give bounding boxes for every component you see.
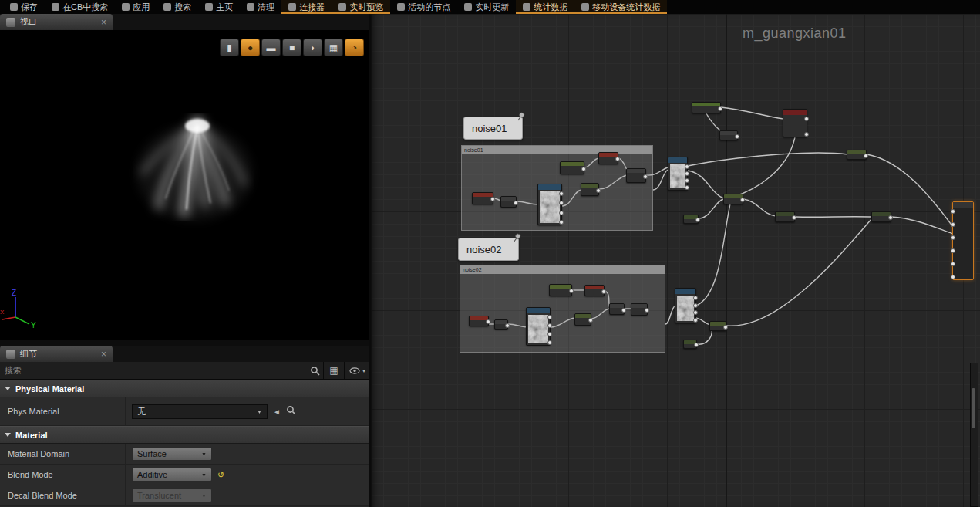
grid-toggle-button[interactable]: ▦: [324, 39, 343, 56]
node-input-pin[interactable]: [951, 248, 955, 253]
material-preview-viewport[interactable]: ▮●▬■◗▦◔ Z Y X: [0, 30, 369, 340]
graph-node[interactable]: [581, 183, 599, 196]
node-input-pin[interactable]: [951, 222, 955, 227]
node-output-pin[interactable]: [621, 308, 626, 313]
graph-node[interactable]: [469, 316, 489, 326]
close-icon[interactable]: ×: [101, 18, 106, 27]
use-selected-asset-icon[interactable]: ◄: [273, 407, 281, 416]
node-output-pin[interactable]: [693, 318, 698, 323]
section-material[interactable]: Material: [0, 426, 371, 444]
primitive-plane-button[interactable]: ▬: [261, 39, 281, 56]
menu-item[interactable]: 应用: [115, 0, 157, 14]
node-output-pin[interactable]: [588, 318, 593, 323]
node-input-pin[interactable]: [951, 275, 955, 279]
node-output-pin[interactable]: [601, 289, 606, 294]
node-output-pin[interactable]: [645, 308, 649, 313]
node-output-pin[interactable]: [804, 117, 809, 121]
node-output-pin[interactable]: [685, 171, 689, 176]
graph-node[interactable]: [584, 285, 605, 296]
graph-node[interactable]: [723, 194, 743, 204]
node-output-pin[interactable]: [888, 215, 893, 220]
graph-node[interactable]: [709, 321, 726, 331]
realtime-toggle-button[interactable]: ◔: [345, 39, 364, 56]
menu-item[interactable]: 连接器: [281, 0, 332, 14]
material-result-node[interactable]: [952, 201, 974, 280]
details-scrollbar[interactable]: [970, 363, 978, 507]
panel-splitter-horizontal[interactable]: [0, 340, 371, 346]
graph-node[interactable]: [783, 109, 807, 137]
graph-node[interactable]: [631, 303, 648, 316]
node-output-pin[interactable]: [804, 132, 809, 137]
node-output-pin[interactable]: [693, 303, 698, 308]
node-output-pin[interactable]: [559, 211, 564, 215]
menu-item[interactable]: 保存: [3, 0, 45, 14]
menu-item[interactable]: 实时预览: [332, 0, 390, 14]
close-icon[interactable]: ×: [101, 350, 106, 359]
menu-item[interactable]: 活动的节点: [390, 0, 457, 14]
texture-sample-node[interactable]: [526, 307, 551, 346]
node-output-pin[interactable]: [490, 197, 495, 201]
node-input-pin[interactable]: [951, 209, 955, 214]
blend-mode-dropdown[interactable]: Additive ▼: [132, 468, 212, 482]
menu-item[interactable]: 在CB中搜索: [45, 0, 115, 14]
node-output-pin[interactable]: [559, 191, 564, 196]
node-output-pin[interactable]: [559, 220, 564, 225]
graph-node[interactable]: [500, 196, 517, 208]
node-output-pin[interactable]: [740, 198, 745, 202]
primitive-cylinder-button[interactable]: ▮: [220, 39, 239, 56]
menu-item[interactable]: 清理: [240, 0, 281, 14]
node-output-pin[interactable]: [723, 325, 728, 330]
node-output-pin[interactable]: [685, 164, 689, 169]
node-output-pin[interactable]: [735, 134, 739, 139]
node-output-pin[interactable]: [643, 174, 648, 179]
menu-item[interactable]: 实时更新: [457, 0, 516, 14]
node-output-pin[interactable]: [596, 188, 601, 193]
node-output-pin[interactable]: [547, 323, 552, 328]
node-output-pin[interactable]: [685, 185, 689, 190]
primitive-cube-button[interactable]: ■: [282, 39, 301, 56]
property-matrix-icon[interactable]: ▦: [323, 362, 344, 379]
material-graph-canvas[interactable]: m_guangxian01 noise01noise01noise02noise…: [371, 14, 980, 507]
search-input[interactable]: [0, 362, 306, 379]
node-output-pin[interactable]: [693, 296, 698, 300]
phys-material-dropdown[interactable]: 无 ▼: [132, 404, 268, 419]
node-input-pin[interactable]: [951, 262, 955, 266]
graph-node[interactable]: [719, 130, 738, 140]
graph-node[interactable]: [472, 192, 493, 204]
menu-item[interactable]: 搜索: [157, 0, 198, 14]
node-output-pin[interactable]: [569, 289, 574, 293]
comment-bubble[interactable]: noise02: [458, 238, 519, 261]
texture-sample-node[interactable]: [668, 157, 688, 191]
node-input-pin[interactable]: [951, 235, 955, 240]
material-domain-dropdown[interactable]: Surface ▼: [132, 447, 212, 461]
node-output-pin[interactable]: [505, 323, 510, 328]
reset-to-default-icon[interactable]: ↺: [217, 470, 224, 480]
graph-node[interactable]: [683, 215, 699, 224]
menu-item[interactable]: 主页: [198, 0, 240, 14]
node-output-pin[interactable]: [615, 157, 620, 161]
texture-sample-node[interactable]: [675, 288, 696, 323]
graph-node[interactable]: [775, 211, 795, 222]
graph-node[interactable]: [847, 150, 867, 160]
comment-bubble[interactable]: noise01: [463, 117, 523, 140]
graph-node[interactable]: [560, 161, 584, 174]
graph-node[interactable]: [871, 211, 891, 222]
node-output-pin[interactable]: [685, 178, 689, 183]
node-output-pin[interactable]: [792, 215, 796, 220]
node-output-pin[interactable]: [486, 319, 490, 324]
primitive-sphere-button[interactable]: ●: [241, 39, 260, 56]
tab-details[interactable]: 细节 ×: [0, 346, 113, 362]
node-output-pin[interactable]: [695, 218, 700, 222]
graph-node[interactable]: [609, 303, 625, 315]
node-output-pin[interactable]: [514, 201, 518, 205]
panel-splitter-vertical[interactable]: [369, 14, 371, 507]
node-output-pin[interactable]: [547, 340, 552, 345]
graph-node[interactable]: [494, 319, 508, 330]
section-physical-material[interactable]: Physical Material: [0, 380, 371, 397]
graph-node[interactable]: [692, 102, 721, 113]
view-options-icon[interactable]: ▼: [344, 362, 371, 379]
node-output-pin[interactable]: [694, 343, 699, 347]
graph-node[interactable]: [549, 284, 572, 296]
graph-node[interactable]: [626, 168, 646, 183]
node-output-pin[interactable]: [547, 315, 552, 319]
